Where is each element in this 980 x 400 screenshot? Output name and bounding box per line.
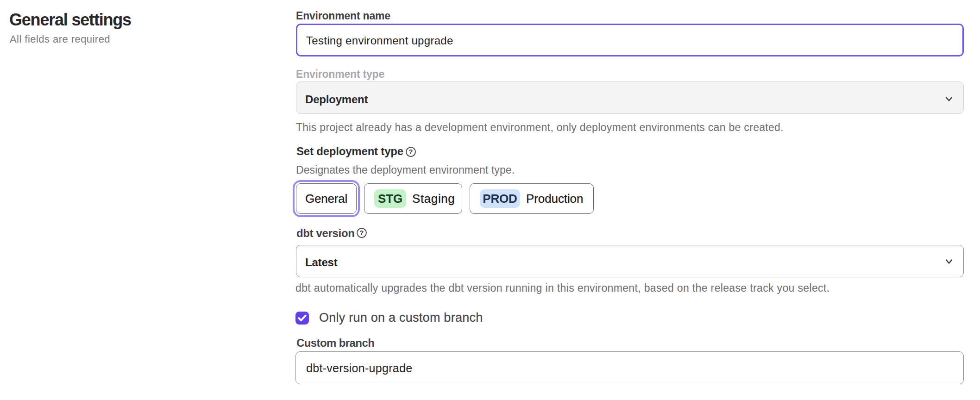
svg-text:?: ? bbox=[360, 229, 364, 237]
svg-text:?: ? bbox=[409, 148, 413, 156]
